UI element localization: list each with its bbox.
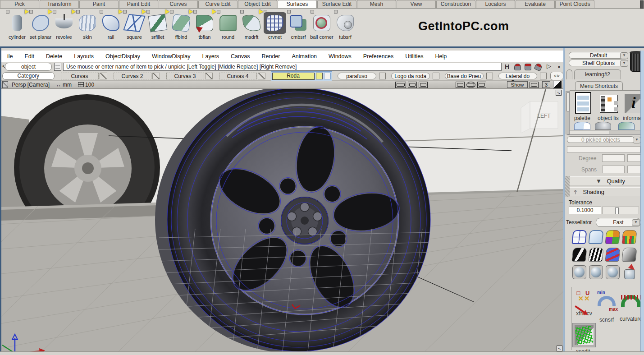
- degree-field-2[interactable]: [627, 154, 641, 162]
- layer-toggle-box[interactable]: [486, 73, 493, 79]
- layer-toggle-box[interactable]: [433, 73, 439, 79]
- shading-style-icon[interactable]: [621, 230, 637, 244]
- layer-tab[interactable]: Lateral do Pneu: [498, 73, 537, 79]
- menu-item[interactable]: Delete: [40, 53, 68, 60]
- shelf-tab-menu-shortcuts[interactable]: Menu Shortcuts: [575, 81, 623, 91]
- perspective-viewport[interactable]: LEFT ↘: [1, 89, 563, 351]
- look-at-icon[interactable]: [466, 82, 475, 88]
- palette-tab[interactable]: Mesh: [357, 0, 396, 8]
- menu-item[interactable]: Utilities: [399, 53, 429, 60]
- shading-style-icon[interactable]: [605, 248, 620, 262]
- object-list-shortcut-icon[interactable]: [600, 95, 618, 113]
- layer-symmetry-icon[interactable]: [152, 73, 160, 79]
- degree-field-1[interactable]: [602, 154, 625, 162]
- shading-style-icon[interactable]: [571, 230, 587, 244]
- layer-symmetry-icon[interactable]: [100, 73, 107, 79]
- tolerance-slider[interactable]: [602, 207, 639, 214]
- history-icon[interactable]: H: [505, 63, 509, 70]
- shading-style-icon[interactable]: [571, 248, 587, 262]
- ruler-icon[interactable]: [530, 82, 539, 88]
- tool-button[interactable]: tubsrf: [333, 9, 357, 40]
- tool-button[interactable]: ball corner: [310, 9, 333, 40]
- layer-tab[interactable]: Curvas 2: [114, 73, 151, 79]
- picked-chevron-down-icon[interactable]: ▼: [633, 137, 641, 143]
- prompt-input[interactable]: Use mouse or enter name of item to pick …: [63, 63, 502, 71]
- active-layer-swatch[interactable]: [316, 73, 323, 79]
- palette-tab[interactable]: Transform: [40, 0, 79, 8]
- spans-field-1[interactable]: [602, 166, 625, 173]
- tool-curvature[interactable]: curvature: [618, 290, 644, 322]
- tool-button[interactable]: crvnet: [263, 9, 287, 40]
- palette-tab[interactable]: Surface Edit: [317, 0, 356, 8]
- category-button[interactable]: Category: [2, 72, 55, 80]
- tool-button[interactable]: ffblnd: [169, 9, 193, 40]
- tool-button[interactable]: revolve: [52, 9, 76, 40]
- palette-tab[interactable]: Point Clouds: [555, 0, 594, 8]
- hidden-shelf-tab[interactable]: [566, 69, 572, 79]
- pick-object-magnet-icon[interactable]: [514, 64, 521, 70]
- tool-xfrmcv[interactable]: □ U✕✕ xfrmcv: [573, 290, 595, 317]
- menu-item[interactable]: Edit: [19, 53, 41, 60]
- tool-button[interactable]: square: [123, 9, 146, 40]
- prompt-scroll-right-icon[interactable]: ▸: [558, 64, 561, 69]
- tool-button[interactable]: srfillet: [146, 9, 169, 40]
- shading-section-header[interactable]: ⤒ Shading: [570, 187, 642, 196]
- viewport-corner-icon[interactable]: [2, 81, 8, 88]
- tab-scroll-handle[interactable]: [640, 0, 644, 9]
- menu-item[interactable]: Animation: [286, 53, 323, 60]
- pan-view-icon[interactable]: [477, 82, 486, 88]
- menu-item[interactable]: WindowDisplay: [146, 53, 196, 60]
- menu-item[interactable]: Canvas: [225, 53, 256, 60]
- tessellator-chevron-down-icon[interactable]: ▼: [632, 219, 640, 226]
- shading-style-icon[interactable]: [588, 248, 603, 262]
- panel-right-scroll-strip[interactable]: [640, 51, 644, 355]
- shelf-preset-dropdown[interactable]: Default: [569, 52, 628, 59]
- shading-style-icon[interactable]: [572, 265, 586, 279]
- viewport-camera-label[interactable]: Persp [Camera]: [12, 82, 50, 88]
- menu-item[interactable]: Help: [429, 53, 453, 60]
- palette-tab[interactable]: Locators: [476, 0, 515, 8]
- check-curve-icon[interactable]: [574, 122, 590, 130]
- layer-count-button[interactable]: 3: [542, 81, 550, 88]
- tool-scnsrf[interactable]: minmax scnsrf: [596, 290, 617, 323]
- viewport-resize-br-icon[interactable]: ↖: [557, 346, 562, 351]
- spans-field-2[interactable]: [627, 166, 641, 173]
- palette-tab[interactable]: Curve Edit: [198, 0, 238, 8]
- layer-symmetry-icon[interactable]: [205, 73, 213, 79]
- panel-gutter-hatch[interactable]: [565, 176, 570, 197]
- menu-item[interactable]: Render: [256, 53, 286, 60]
- options-chevron-down-icon[interactable]: ▼: [620, 60, 628, 67]
- information-shortcut-icon[interactable]: i: [625, 94, 643, 113]
- layer-toggle-box[interactable]: [379, 73, 386, 79]
- pick-filter-dropdown[interactable]: object: [5, 63, 52, 71]
- tool-button[interactable]: cylinder: [5, 9, 29, 40]
- layer-tab[interactable]: Base do Pneu: [445, 73, 484, 79]
- layer-tab[interactable]: Curvas 4: [219, 73, 257, 79]
- shading-style-icon[interactable]: [622, 265, 636, 279]
- zoom-box-icon[interactable]: [419, 82, 428, 88]
- pick-grid-magnet-icon[interactable]: [525, 64, 531, 70]
- viewport-resize-tl-icon[interactable]: ↘: [556, 90, 562, 96]
- picked-objects-dropdown[interactable]: 0 picked objects: [567, 136, 635, 143]
- menu-item[interactable]: ObjectDisplay: [100, 53, 146, 60]
- palette-tab[interactable]: Curves: [159, 0, 198, 8]
- palette-tab[interactable]: Object Edit: [238, 0, 277, 8]
- shelf-tab-learning[interactable]: learning#2: [574, 69, 621, 79]
- layer-symmetry-icon[interactable]: [258, 73, 265, 79]
- shading-style-icon[interactable]: [606, 265, 620, 279]
- shading-style-icon[interactable]: [588, 230, 603, 244]
- palette-shortcut-icon[interactable]: [575, 92, 591, 114]
- palette-tab[interactable]: Surfaces: [278, 0, 317, 8]
- view-cube[interactable]: LEFT: [521, 101, 558, 133]
- tool-button[interactable]: tbflan: [193, 9, 216, 40]
- tool-button[interactable]: rail: [99, 9, 123, 40]
- menu-item[interactable]: Preferences: [357, 53, 399, 60]
- tool-xsedit[interactable]: [572, 323, 596, 347]
- tolerance-input[interactable]: 0.1000: [569, 207, 601, 214]
- tool-button[interactable]: msdrft: [240, 9, 263, 40]
- quality-section-header[interactable]: ▼ Quality: [570, 176, 642, 185]
- active-layer-toggle[interactable]: [324, 73, 331, 79]
- active-layer-tab[interactable]: Roda: [272, 73, 315, 80]
- wheel-model[interactable]: [155, 89, 434, 351]
- menu-item[interactable]: ile: [1, 53, 19, 60]
